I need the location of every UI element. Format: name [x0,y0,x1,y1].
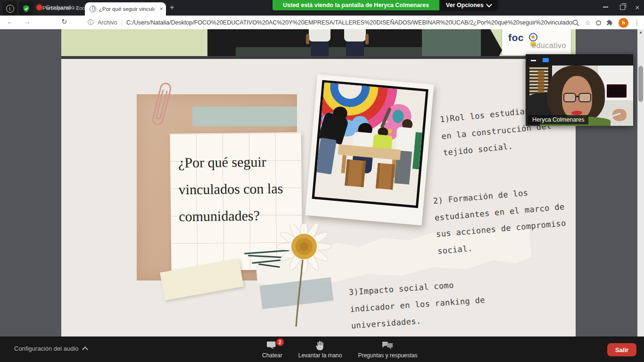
video-panel-header [526,54,633,66]
slide-point-3: 3)Impacto social como indicador en los r… [348,275,487,334]
chevron-down-icon [486,1,492,8]
screen-share-banner: Usted está viendo la pantalla de Heryca … [272,0,498,10]
qa-label: Preguntas y respuestas [358,352,417,359]
qa-bubbles-icon [381,341,394,351]
slide-point-2: 2) Formación de los estudiantes en el ma… [432,181,568,260]
window-close-button[interactable]: × [631,0,644,14]
toolbar-buttons: 2 Chatear Levantar la mano Preguntas y r… [262,337,418,362]
participant-video-panel[interactable]: Heryca Colmenares [526,54,633,126]
info-icon: i [6,5,14,13]
polaroid-photo [305,74,434,225]
profile-avatar[interactable]: h [619,18,628,28]
tab-pdf-active[interactable]: ¿Por qué seguir vinculados con l × [85,2,166,16]
daisy-flower [274,224,336,330]
title-line: ¿Por qué seguir [178,148,283,176]
zoom-toolbar: Configuración del audio 2 Chatear Levant… [0,337,644,362]
logo-text-foc: foc [508,32,524,43]
window-minimize-button[interactable] [598,0,613,14]
divider: | [121,19,123,26]
audio-settings-button[interactable]: Configuración del audio [14,345,87,352]
shield-check-icon [22,5,30,13]
zoom-search-icon[interactable] [572,19,579,26]
title-line: comunidades? [179,202,283,230]
recording-indicator: Grabando [36,4,74,11]
window-restore-button[interactable] [615,0,630,14]
page-info-icon[interactable]: ⓘ [88,18,94,27]
slide-title: ¿Por qué seguir vinculados con las comun… [178,148,283,230]
logo-text-educativo: educativo [532,41,566,50]
view-options-label: Ver Opciones [446,2,484,8]
share-message: Usted está viendo la pantalla de Heryca … [272,0,439,10]
scrollbar-thumb[interactable] [638,66,643,102]
title-line: vinculados con las [178,175,283,203]
meeting-info-button[interactable]: i [3,1,17,16]
chat-badge: 2 [276,338,284,346]
foco-educativo-logo: foc educativo [502,29,571,55]
record-dot-icon [36,4,43,11]
audio-settings-label: Configuración del audio [14,345,79,352]
polaroid-mat [312,80,428,208]
extension-circle-icon[interactable] [596,20,601,25]
raise-hand-button[interactable]: Levantar la mano [298,337,342,362]
encryption-shield-button[interactable] [19,1,33,16]
globe-favicon-icon [90,6,96,12]
glasses-bridge [575,96,579,97]
back-icon[interactable]: ← [7,17,14,25]
tab-close-icon[interactable]: × [159,5,163,12]
participant-name-label: Heryca Colmenares [528,115,588,124]
extensions-puzzle-icon[interactable] [606,19,613,26]
photo-chalkboard [422,29,481,56]
student-figure [309,29,330,56]
pdf-scrollbar[interactable]: ▲ [637,29,644,337]
chevron-up-icon [82,346,88,353]
lightbulb-icon [529,33,537,41]
url-text: C:/Users/Natalia/Desktop/FOCO%20EDUCATIV… [126,19,573,26]
forward-icon[interactable]: → [24,17,31,25]
view-options-button[interactable]: Ver Opciones [439,0,498,10]
photo-floor [236,47,434,56]
file-scheme-label: Archivo [98,19,117,26]
scroll-up-icon[interactable]: ▲ [637,30,644,34]
restore-icon [620,5,625,10]
browser-menu-icon[interactable]: ⋮ [634,19,640,26]
chat-label: Chatear [262,352,282,359]
classroom-photo [314,82,426,206]
address-bar[interactable]: ⓘ Archivo | C:/Users/Natalia/Desktop/FOC… [88,17,573,28]
bookmark-star-icon[interactable]: ☆ [585,19,591,26]
new-tab-icon[interactable]: + [170,3,174,12]
tab-close-icon[interactable]: × [75,4,79,11]
tv-screen [607,84,627,98]
minimize-icon [603,7,608,8]
leave-meeting-button[interactable]: Salir [607,343,636,356]
screen: Participante - Zoom × ¿Por qué seguir vi… [0,0,644,362]
qa-button[interactable]: Preguntas y respuestas [358,337,417,362]
teal-paper-decoration [192,107,297,126]
minimize-video-icon[interactable] [531,60,536,61]
pdf-previous-page: foc educativo [61,29,576,56]
browser-navbar: ← → ↻ ⓘ Archivo | C:/Users/Natalia/Deskt… [0,16,644,30]
reload-icon[interactable]: ↻ [61,17,67,26]
glasses-icon [563,93,576,102]
chat-button[interactable]: 2 Chatear [262,337,282,362]
view-mode-icon[interactable] [543,58,549,62]
raise-hand-label: Levantar la mano [298,352,342,359]
pdf-current-page: ¿Por qué seguir vinculados con las comun… [61,59,576,337]
recording-label: Grabando [46,4,74,11]
students-photo [207,29,502,56]
tab-title: ¿Por qué seguir vinculados con l [99,6,155,12]
glasses-icon [578,93,591,102]
student-figure [344,29,366,56]
navbar-right-icons: ☆ h ⋮ [572,17,640,28]
video-feed: Heryca Colmenares [526,66,633,126]
raised-hand-icon [315,340,325,351]
